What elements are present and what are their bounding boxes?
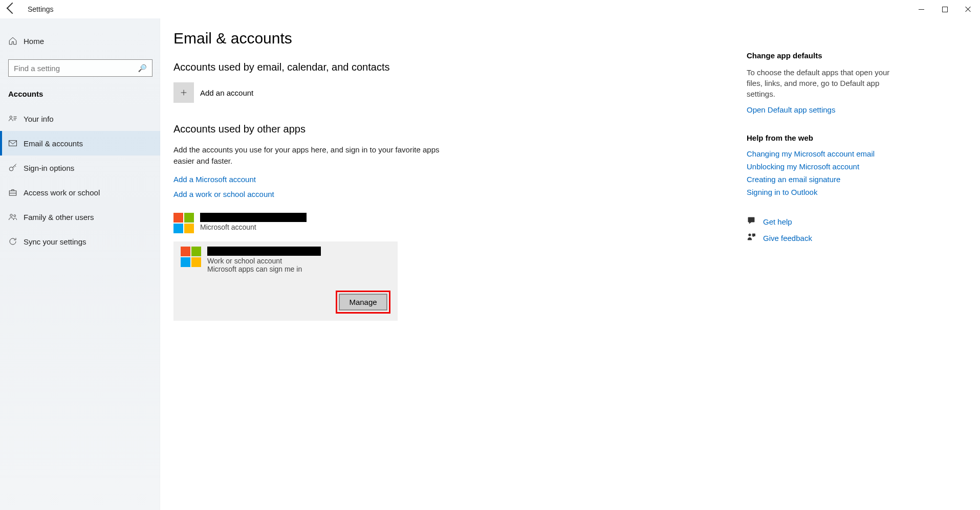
- svg-point-9: [14, 215, 16, 217]
- link-add-microsoft-account[interactable]: Add a Microsoft account: [173, 175, 562, 184]
- sidebar-home-label: Home: [24, 37, 44, 46]
- add-account-button[interactable]: Add an account: [173, 82, 562, 103]
- link-give-feedback[interactable]: Give feedback: [763, 234, 812, 242]
- main-content: Email & accounts Accounts used by email,…: [160, 18, 980, 510]
- link-help-changing-email[interactable]: Changing my Microsoft account email: [747, 149, 900, 158]
- link-open-default-app-settings[interactable]: Open Default app settings: [747, 105, 900, 114]
- get-help-icon: [747, 216, 756, 227]
- minimize-button[interactable]: [909, 0, 933, 18]
- search-box[interactable]: 🔍: [8, 59, 153, 77]
- user-card-icon: [8, 114, 24, 123]
- sidebar: Home 🔍 Accounts Your info Email & accoun…: [0, 18, 160, 510]
- page-title: Email & accounts: [173, 30, 562, 47]
- sidebar-section-title: Accounts: [0, 81, 160, 106]
- manage-button[interactable]: Manage: [339, 294, 387, 311]
- sidebar-item-label: Family & other users: [24, 213, 94, 221]
- link-add-work-school-account[interactable]: Add a work or school account: [173, 190, 562, 198]
- titlebar: Settings: [0, 0, 980, 18]
- give-feedback-icon: [747, 232, 756, 243]
- change-defaults-text: To choose the default apps that open you…: [747, 67, 900, 99]
- link-help-email-signature[interactable]: Creating an email signature: [747, 175, 900, 184]
- back-button[interactable]: [5, 4, 16, 14]
- home-icon: [8, 36, 24, 46]
- account-item-microsoft[interactable]: Microsoft account: [173, 209, 562, 237]
- sidebar-item-label: Email & accounts: [24, 139, 83, 148]
- sidebar-item-label: Sync your settings: [24, 237, 86, 246]
- sidebar-home[interactable]: Home: [0, 29, 160, 53]
- search-input[interactable]: [14, 64, 138, 73]
- plus-icon: [173, 82, 194, 103]
- search-icon: 🔍: [138, 64, 147, 72]
- sidebar-item-label: Access work or school: [24, 188, 100, 197]
- sidebar-item-access-work-school[interactable]: Access work or school: [0, 180, 160, 205]
- link-help-unblocking-account[interactable]: Unblocking my Microsoft account: [747, 162, 900, 171]
- window-title: Settings: [28, 5, 54, 13]
- link-get-help[interactable]: Get help: [763, 217, 792, 226]
- link-help-signing-outlook[interactable]: Signing in to Outlook: [747, 188, 900, 196]
- account-subtitle: Microsoft account: [200, 223, 307, 231]
- sidebar-item-family-users[interactable]: Family & other users: [0, 205, 160, 229]
- account-item-work-school[interactable]: Work or school account Microsoft apps ca…: [173, 241, 398, 321]
- sidebar-item-sync-settings[interactable]: Sync your settings: [0, 229, 160, 254]
- briefcase-icon: [8, 188, 24, 197]
- sidebar-item-email-accounts[interactable]: Email & accounts: [0, 131, 160, 156]
- section-email-accounts-heading: Accounts used by email, calendar, and co…: [173, 61, 562, 73]
- change-defaults-heading: Change app defaults: [747, 51, 900, 60]
- sidebar-item-signin-options[interactable]: Sign-in options: [0, 156, 160, 180]
- people-icon: [8, 212, 24, 221]
- sidebar-item-label: Your info: [24, 115, 54, 123]
- section-other-apps-heading: Accounts used by other apps: [173, 123, 562, 135]
- account-name-redacted: [200, 213, 307, 222]
- maximize-button[interactable]: [933, 0, 956, 18]
- sync-icon: [8, 237, 24, 246]
- account-subtitle: Work or school account: [207, 257, 321, 265]
- close-button[interactable]: [956, 0, 980, 18]
- right-panel: Change app defaults To choose the defaul…: [747, 51, 900, 249]
- key-icon: [8, 163, 24, 172]
- add-account-label: Add an account: [200, 88, 253, 97]
- account-sub-detail: Microsoft apps can sign me in: [207, 265, 321, 273]
- svg-point-0: [10, 116, 12, 119]
- svg-rect-4: [9, 141, 17, 146]
- account-name-redacted: [207, 247, 321, 256]
- help-from-web-heading: Help from the web: [747, 134, 900, 142]
- mail-icon: [8, 139, 24, 148]
- sidebar-item-label: Sign-in options: [24, 164, 74, 172]
- svg-point-8: [10, 214, 13, 217]
- section-other-apps-desc: Add the accounts you use for your apps h…: [173, 144, 440, 167]
- microsoft-logo-icon: [173, 213, 194, 233]
- highlight-annotation: Manage: [336, 291, 390, 314]
- svg-point-13: [749, 234, 751, 236]
- microsoft-logo-icon: [181, 247, 201, 267]
- sidebar-item-your-info[interactable]: Your info: [0, 106, 160, 131]
